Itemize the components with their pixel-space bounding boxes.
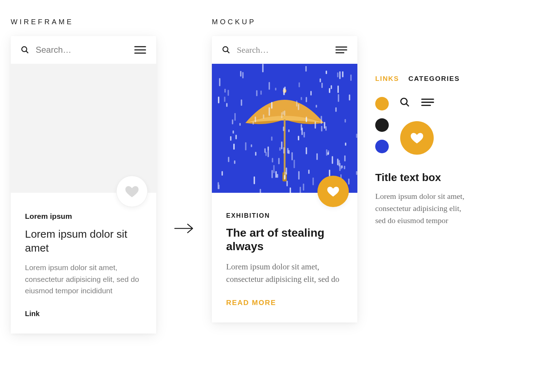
hamburger-icon (421, 98, 434, 108)
mockup-column: MOCKUP Search… (212, 18, 357, 323)
wireframe-label: WIREFRAME (11, 18, 156, 26)
svg-line-1 (26, 51, 28, 53)
styleguide-panel: LINKS CATEGORIES (375, 18, 472, 227)
card-link[interactable]: READ MORE (226, 299, 343, 307)
card-content: EXHIBITION The art of stealing always Lo… (212, 193, 357, 323)
svg-point-0 (22, 47, 27, 52)
search-icon (399, 97, 410, 109)
styleguide-title: Title text box (375, 171, 472, 184)
swatch-accent (375, 97, 389, 110)
heart-icon (410, 132, 424, 144)
color-swatches (375, 97, 389, 153)
card-body: Lorem ipsum dolor sit amet, consectetur … (226, 261, 343, 286)
swatch-blue (375, 140, 389, 153)
mockup-label: MOCKUP (212, 18, 357, 26)
styleguide-tabs: LINKS CATEGORIES (375, 75, 472, 83)
tab-categories[interactable]: CATEGORIES (408, 75, 460, 83)
favorite-button-sample (400, 121, 434, 155)
search-input[interactable]: Search… (36, 45, 128, 55)
favorite-button[interactable] (116, 176, 148, 207)
wireframe-column: WIREFRAME Search… (11, 18, 156, 334)
arrow-icon (174, 223, 194, 236)
svg-line-7 (227, 51, 229, 53)
heart-icon (327, 186, 340, 197)
hamburger-icon[interactable] (335, 46, 347, 54)
card-link[interactable]: Link (25, 310, 142, 318)
card-category: Lorem ipsum (25, 212, 142, 221)
hero-image (212, 64, 357, 193)
heart-icon (125, 185, 139, 198)
swatch-dark (375, 118, 389, 132)
mockup-phone: Search… (212, 36, 357, 323)
search-icon[interactable] (21, 46, 29, 54)
umbrella-illustration (242, 84, 327, 185)
wireframe-phone: Search… Lorem ipsum Lorem ipsum dolor si… (11, 36, 156, 334)
favorite-button[interactable] (317, 176, 349, 207)
hamburger-icon[interactable] (134, 46, 146, 54)
hero-placeholder (11, 64, 156, 193)
mockup-header: Search… (212, 36, 357, 64)
card-body: Lorem ipsum dolor sit amet, consectetur … (25, 262, 142, 297)
card-title: The art of stealing always (226, 226, 343, 253)
search-input[interactable]: Search… (237, 45, 329, 55)
card-category: EXHIBITION (226, 212, 343, 220)
search-icon[interactable] (222, 46, 230, 54)
wireframe-header: Search… (11, 36, 156, 64)
svg-line-15 (406, 104, 409, 107)
tab-links[interactable]: LINKS (375, 75, 399, 83)
styleguide-body: Lorem ipsum dolor sit amet, consectetur … (375, 190, 472, 227)
svg-point-14 (401, 98, 407, 105)
card-title: Lorem ipsum dolor sit amet (25, 227, 142, 255)
card-content: Lorem ipsum Lorem ipsum dolor sit amet L… (11, 193, 156, 334)
svg-point-6 (223, 47, 228, 52)
